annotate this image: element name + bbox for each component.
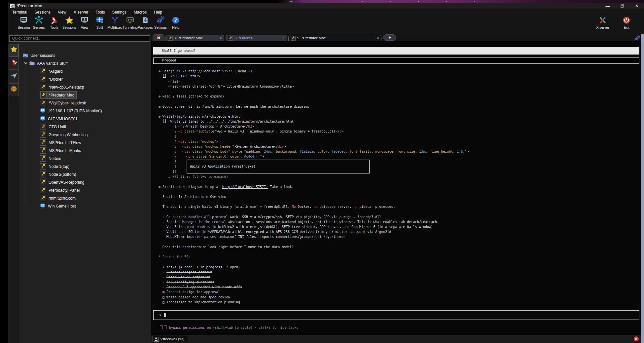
tree-label: OpenVAS-Reporting bbox=[49, 180, 85, 185]
right-scrollbar[interactable] bbox=[641, 34, 644, 343]
strip-dot bbox=[474, 1, 475, 2]
toolbar-settings[interactable]: Settings bbox=[153, 16, 168, 29]
tab-home[interactable] bbox=[153, 34, 164, 41]
tree-item-openvas-reporting[interactable]: OpenVAS-Reporting bbox=[19, 178, 151, 186]
folder-icon bbox=[29, 60, 35, 66]
toolbar-x-server[interactable]: X server bbox=[595, 16, 610, 29]
tab-8-docker[interactable]: 8. *DockerX bbox=[226, 35, 287, 41]
tree-item-pterodactyl-panel[interactable]: Pterodactyl Panel bbox=[19, 186, 151, 194]
key-icon bbox=[40, 171, 46, 177]
tree-item-new-cp01-heistacp[interactable]: *New-cp01-heistacp bbox=[19, 83, 151, 91]
menu-view[interactable]: View bbox=[58, 10, 66, 15]
dock-sftp[interactable] bbox=[9, 70, 19, 83]
menu-bar: TerminalSessionsViewX serverToolsSetting… bbox=[8, 9, 644, 15]
globe-icon bbox=[10, 85, 18, 94]
toolbar-label-servers: Servers bbox=[33, 25, 45, 29]
tree-item-192-168-1-107-ups-monitor[interactable]: 192.168.1.107 ([UPS-Monitor]) bbox=[19, 107, 151, 115]
terminal-line: 5 <div class="mockup-header">System Arch… bbox=[153, 144, 641, 149]
toolbar-packages[interactable]: Packages bbox=[138, 16, 153, 29]
prompt-input[interactable]: > bbox=[153, 310, 639, 320]
terminal-line: … +72 lines (ctrl+o to expand) bbox=[153, 174, 641, 179]
toolbar-session[interactable]: Session bbox=[16, 16, 31, 29]
key-icon bbox=[228, 36, 233, 41]
tree-item-vigilcyber-helpdesk[interactable]: *VigilCyber-Helpdesk bbox=[19, 99, 151, 107]
new-tab-button[interactable]: + bbox=[383, 34, 396, 41]
terminal-line: - Session Manager is the central abstrac… bbox=[153, 219, 641, 224]
tree-guide-line bbox=[25, 63, 25, 205]
menu-settings[interactable]: Settings bbox=[112, 10, 126, 15]
tree-item-predator-mac[interactable]: *Predator Mac bbox=[19, 91, 151, 99]
restore-button[interactable] bbox=[615, 3, 629, 9]
toolbar-tunneling[interactable]: Tunneling bbox=[123, 16, 138, 29]
toolbar-view[interactable]: View bbox=[77, 16, 92, 29]
tree-item-greyming-webhosting[interactable]: Greyming Webhosting bbox=[19, 131, 151, 139]
tab-close-icon[interactable]: X bbox=[374, 36, 379, 40]
dock-favorites[interactable] bbox=[9, 44, 19, 57]
toolbar-sessions[interactable]: Sessions bbox=[62, 16, 77, 29]
terminal-line: ● Good, screen dir is /tmp/brainstorm. L… bbox=[153, 104, 641, 109]
terminal-line: 3 bbox=[153, 134, 641, 139]
terminal-line: 7 tasks (4 done, 1 in progress, 2 open) bbox=[153, 265, 641, 270]
toolbar-help[interactable]: ?Help bbox=[168, 16, 183, 29]
tab-9-predator-mac[interactable]: 9. *Predator MacX bbox=[288, 35, 381, 41]
sidebar: User sessionsAAA Vantz's Stuff*Asgard*Do… bbox=[8, 34, 151, 343]
exit-icon bbox=[622, 16, 631, 24]
user-session-button[interactable]: vstockwell (x3) bbox=[153, 336, 187, 342]
menu-macros[interactable]: Macros bbox=[134, 10, 147, 15]
close-button[interactable]: × bbox=[629, 3, 644, 9]
dock-network[interactable] bbox=[9, 83, 19, 96]
tab-7-predator-mac[interactable]: 7. *Predator MacX bbox=[165, 35, 224, 41]
tree-item-mspnerd-itflow[interactable]: MSPNerd - ITFlow bbox=[19, 139, 151, 147]
tree-item-clt-vmhost01[interactable]: CLT-VMHOST01 bbox=[19, 115, 151, 123]
tree-item-node-1-top[interactable]: Node 1(top) bbox=[19, 163, 151, 171]
toolbar-exit[interactable]: Exit bbox=[619, 16, 634, 29]
paperclip-icon[interactable] bbox=[634, 34, 640, 40]
tab-close-icon[interactable]: X bbox=[279, 36, 285, 40]
menu-terminal[interactable]: Terminal bbox=[12, 10, 27, 15]
mockup-box: Wails v3 Application (wraith.exe) bbox=[187, 160, 370, 173]
tree-item-node-2-bottom[interactable]: Node 2(bottom) bbox=[19, 171, 151, 178]
tree-label: *VigilCyber-Helpdesk bbox=[49, 101, 86, 105]
tree-item-asgard[interactable]: *Asgard bbox=[19, 67, 151, 75]
notification-close-icon[interactable]: ✕ bbox=[634, 336, 639, 341]
proceed-option[interactable]: Proceed bbox=[153, 57, 639, 64]
tab-close-icon[interactable]: X bbox=[216, 36, 222, 40]
toolbar-label-session: Session bbox=[18, 25, 30, 29]
tree-item-netbird[interactable]: Netbird bbox=[19, 155, 151, 163]
tree-label: Greyming Webhosting bbox=[49, 133, 88, 137]
terminal-line: ● Architecture diagram is up at http://l… bbox=[153, 184, 641, 189]
tree-item-win-game-host[interactable]: Win Game Host bbox=[19, 202, 151, 210]
menu-sessions[interactable]: Sessions bbox=[34, 10, 51, 15]
tree-label: *Asgard bbox=[49, 69, 63, 74]
tree-item-mspnerd-mautic[interactable]: MSPNerd - Mautic bbox=[19, 147, 151, 155]
toolbar-servers[interactable]: Servers bbox=[31, 16, 47, 29]
quick-connect-input[interactable] bbox=[9, 35, 150, 42]
minimize-button[interactable]: — bbox=[600, 3, 615, 9]
toolbar-split[interactable]: Split bbox=[92, 16, 107, 29]
terminal-line: ✓ Ask clarifying questions bbox=[153, 280, 641, 285]
tree-label: Node 1(top) bbox=[49, 164, 69, 169]
toolbar-label-view: View bbox=[81, 25, 89, 29]
terminal-blank-line bbox=[153, 249, 641, 254]
tofu-glyph-pink bbox=[160, 325, 162, 329]
toolbar-tools[interactable]: Tools bbox=[47, 16, 62, 29]
tree-item-aaa-vantz-s-stuff[interactable]: AAA Vantz's Stuff bbox=[19, 59, 151, 67]
chevron-down-icon[interactable] bbox=[24, 62, 28, 65]
toolbar-multiexec[interactable]: MultiExec bbox=[107, 16, 123, 29]
status-text: (shift+tab to cycle) · ctrl+t to hide ta… bbox=[213, 326, 298, 329]
tree-item-docker[interactable]: *Docker bbox=[19, 75, 151, 83]
menu-help[interactable]: Help bbox=[154, 10, 162, 15]
terminal-line: ● Read 2 files (ctrl+o to expand) bbox=[153, 94, 641, 99]
key-icon bbox=[291, 36, 296, 41]
terminal-blank-line bbox=[153, 209, 641, 214]
tree-label: rmm.t2cnc.com bbox=[49, 196, 76, 201]
tree-item-user-sessions[interactable]: User sessions bbox=[19, 52, 151, 59]
tree-item-rmm-t2cnc-com[interactable]: rmm.t2cnc.com bbox=[19, 194, 151, 202]
terminal[interactable]: Shall I go ahead? Proceed ● Bash(curl -s… bbox=[151, 41, 644, 335]
tree-item-ctg-unifi[interactable]: CTG Unifi bbox=[19, 123, 151, 131]
menu-x-server[interactable]: X server bbox=[74, 10, 89, 15]
terminal-line: 4 <div class="mockup"> bbox=[153, 139, 641, 144]
dock-tools[interactable] bbox=[9, 57, 19, 70]
desktop: *Predator Mac — × TerminalSessionsViewX … bbox=[0, 0, 644, 343]
menu-tools[interactable]: Tools bbox=[96, 10, 105, 15]
